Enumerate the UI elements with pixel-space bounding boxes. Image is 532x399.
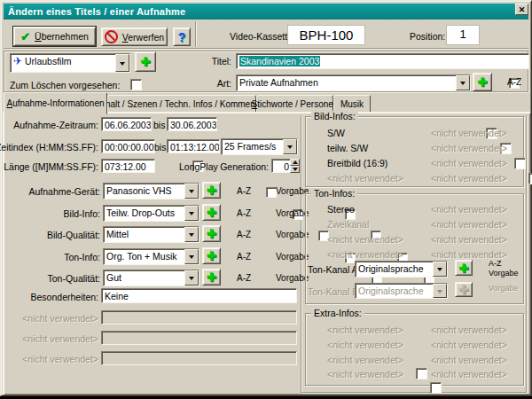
add-ton-info-button[interactable]: ✚ [202,247,221,264]
unused-label: <nicht verwendet> [327,340,403,350]
bild-qualitaet-label: Bild-Qualität: [1,230,100,240]
airplane-icon: ✈ [13,55,22,67]
unused-label: <nicht verwendet> [431,143,507,153]
generation-up-button[interactable] [290,159,300,166]
delete-flag-checkbox[interactable] [130,79,142,90]
unused-label: <nicht verwendet> [327,325,403,335]
dialog-window: Ändern eines Titels / einer Aufnahme ✕ ✔… [0,0,532,396]
add-aufnahme-geraet-button[interactable]: ✚ [202,182,221,199]
art-label: Art: [178,78,231,89]
uebernehmen-button[interactable]: ✔ Übernehmen [13,27,96,46]
zweikanal-label: Zweikanal [327,219,369,230]
chevron-down-icon[interactable] [433,262,447,277]
besonderheiten-input[interactable]: Keine [101,288,297,303]
chevron-down-icon [433,284,447,298]
unused-label-3: <nicht verwendet> [1,354,98,364]
framerate-dropdown[interactable]: 25 Frames/s [221,138,298,155]
unused-input-3 [101,351,297,365]
laenge-input[interactable]: 073:12.00 [101,159,155,173]
help-icon: ? [178,30,186,44]
ton-info-label: Ton-Info: [1,252,100,262]
window-title: Ändern eines Titels / einer Aufnahme [4,6,185,17]
unused-label: <nicht verwendet> [431,173,507,184]
bild-qualitaet-dropdown[interactable]: Mittel [103,226,200,243]
ton-kanal-b-vorgabe-label: Vorgabe [489,284,519,293]
delete-flag-label: Zum Löschen vorgesehen: [10,80,120,90]
add-art-button[interactable]: ✚ [473,73,492,91]
bis-label-1: bis [153,120,165,130]
add-ton-qualitaet-button[interactable]: ✚ [202,269,221,286]
zeitindex-von-input[interactable]: 00:00:00.00 [101,139,155,153]
unused-label-1: <nicht verwendet> [1,313,98,324]
unused-label: <nicht verwendet> [431,369,507,379]
add-bild-info-button[interactable]: ✚ [202,204,221,221]
az-label: A-Z [237,186,251,196]
laenge-label: Länge ([M]MM:SS.FF): [1,161,98,172]
chevron-down-icon[interactable] [283,139,297,154]
ton-kanal-a-dropdown[interactable]: Originalsprache [355,261,448,278]
titel-label: Titel: [178,56,231,66]
vorgabe-label: Vorgabe [276,252,309,262]
tab-aufnahme-informationen[interactable]: Aufnahme-Informationen [4,92,107,114]
unused-label: <nicht verwendet> [431,158,507,168]
zeitraum-von-input[interactable]: 06.06.2003 [101,117,152,131]
bild-info-label: Bild-Info: [1,208,100,219]
add-bild-qualitaet-button[interactable]: ✚ [202,225,221,242]
unused-checkbox [430,382,442,394]
video-kassette-label: Video-Kassette: [230,31,295,42]
chevron-down-icon[interactable] [184,206,199,221]
ton-kanal-b-label: Ton-Kanal B: [308,286,361,297]
titel-input[interactable]: Skandinavien 2003 [236,53,529,69]
add-ton-kanal-b-button: ✚ [455,282,473,297]
az-label: A-Z [237,230,251,239]
uebernehmen-label: Übernehmen [35,31,89,42]
unused-label: <nicht verwendet> [431,355,507,365]
aufnahme-geraet-dropdown[interactable]: Panasonic VHS [103,183,200,200]
unused-label: <nicht verwendet> [431,128,507,138]
position-field[interactable]: 1 [446,25,480,45]
verwerfen-button[interactable]: Verwerfen [101,27,168,46]
generation-input[interactable]: 0 [271,159,292,173]
position-label: Position: [410,31,445,42]
close-button[interactable]: ✕ [515,4,528,15]
besonderheiten-label: Besonderheiten: [1,292,98,302]
generation-down-button[interactable] [290,166,300,173]
tab-inhalt-szenen[interactable]: Inhalt / Szenen / Techn. Infos / Komment… [107,95,256,113]
check-icon: ✔ [20,31,30,43]
unused-input-2 [101,331,297,345]
add-ton-kanal-a-button[interactable]: ✚ [455,260,473,276]
unused-label: <nicht verwendet> [431,234,507,245]
ton-info-dropdown[interactable]: Org. Ton + Musik [103,248,200,265]
chevron-down-icon[interactable] [456,75,470,90]
unused-label: <nicht verwendet> [327,234,403,245]
aufnahme-geraet-az-checkbox[interactable] [266,187,277,198]
ton-qualitaet-dropdown[interactable]: Gut [103,270,200,286]
titel-selected-text: Skandinavien 2003 [239,56,320,66]
screen: Ändern eines Titels / einer Aufnahme ✕ ✔… [0,0,532,399]
add-category-button[interactable]: ✚ [135,51,156,72]
vorgabe-label: Vorgabe [276,186,309,196]
ton-kanal-a-label: Ton-Kanal A: [308,264,361,275]
unused-label: <nicht verwendet> [431,219,507,230]
art-dropdown[interactable]: Private Aufnahmen [236,74,471,91]
chevron-down-icon[interactable] [184,249,199,264]
sw-label: S/W [327,128,345,138]
bild-info-dropdown[interactable]: Teilw. Drop-Outs [103,205,200,222]
chevron-down-icon[interactable] [184,184,199,199]
generation-label: Generation: [205,161,269,172]
vorgabe-label: Vorgabe [276,208,309,218]
teilw-sw-label: teilw. S/W [327,143,368,153]
help-button[interactable]: ? [173,27,191,46]
breitbild-checkbox[interactable] [514,158,526,169]
cancel-icon [105,30,118,43]
zeitraum-label: Aufnahme-Zeitraum: [1,120,98,130]
ton-infos-title: Ton-Infos: [311,188,357,199]
zeitindex-bis-input[interactable]: 01:13:12.00 [167,139,220,153]
video-kassette-field[interactable]: BPH-100 [287,25,365,45]
chevron-down-icon[interactable] [184,227,199,242]
chevron-down-icon[interactable] [184,270,199,286]
chevron-down-icon[interactable] [115,54,129,72]
zeitraum-bis-input[interactable]: 30.06.2003 [167,117,217,131]
az-label: A-Z [237,252,251,262]
category-dropdown[interactable]: ✈ Urlaubsfilm [10,53,130,73]
